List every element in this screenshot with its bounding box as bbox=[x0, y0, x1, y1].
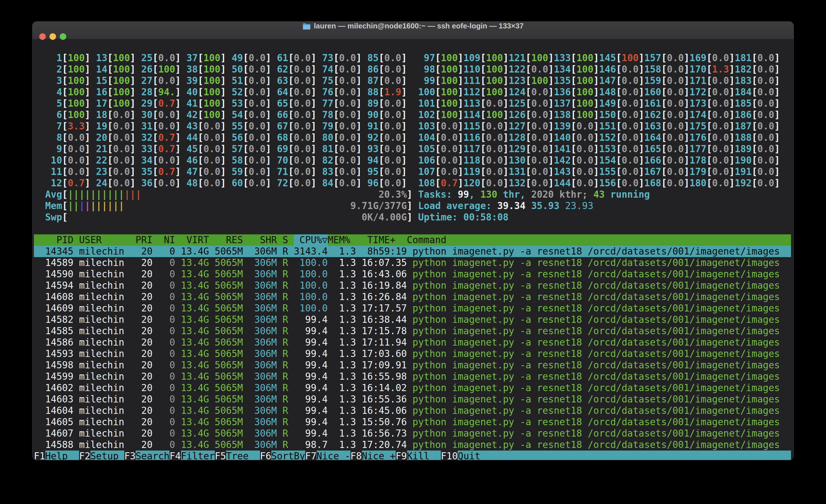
swp-meter: Swp[ 0K/4.00G] Uptime: 00:58:08 bbox=[34, 211, 791, 223]
process-row[interactable]: 14582 milechin 20 0 13.4G 5065M 306M R 9… bbox=[34, 314, 791, 325]
cpu-meter-row: 4[100] 16[100] 28[94.] 40[100] 52[0.0] 6… bbox=[34, 86, 791, 98]
process-row-selected[interactable]: 14345 milechin 20 0 13.4G 5065M 306M R 3… bbox=[34, 246, 791, 257]
function-key-bar: F1Help F2Setup F3SearchF4FilterF5Tree F6… bbox=[34, 450, 791, 460]
process-row[interactable]: 14603 milechin 20 0 13.4G 5065M 306M R 9… bbox=[34, 394, 791, 405]
process-row[interactable]: 14604 milechin 20 0 13.4G 5065M 306M R 9… bbox=[34, 405, 791, 417]
cpu-meter-row: 5[100] 17[100] 29[0.7] 41[100] 53[0.0] 6… bbox=[34, 98, 791, 109]
cpu-meter-row: 6[100] 18[0.0] 30[0.0] 42[100] 54[0.0] 6… bbox=[34, 109, 791, 121]
process-row[interactable]: 14598 milechin 20 0 13.4G 5065M 306M R 9… bbox=[34, 360, 791, 371]
system-meters: Avg[||||||||||||| 20.3%] Tasks: 99, 130 … bbox=[34, 189, 793, 223]
fnkey-f6[interactable]: F6 bbox=[260, 450, 271, 460]
fnlabel-sortby[interactable]: SortBy bbox=[271, 450, 305, 460]
process-row[interactable]: 14590 milechin 20 0 13.4G 5065M 306M R 1… bbox=[34, 268, 791, 280]
table-header: PID USER PRI NI VIRT RES SHR S CPU%▽MEM%… bbox=[34, 234, 791, 246]
uptime-summary: Uptime: 00:58:08 bbox=[418, 211, 509, 223]
process-row[interactable]: 14588 milechin 20 0 13.4G 5065M 306M R 9… bbox=[34, 439, 791, 450]
cpu-meter-row: 2[100] 14[100] 26[100] 38[100] 50[0.0] 6… bbox=[34, 64, 791, 75]
process-row[interactable]: 14594 milechin 20 0 13.4G 5065M 306M R 1… bbox=[34, 280, 791, 291]
load-summary: Load average: 39.34 35.93 23.93 bbox=[418, 200, 593, 211]
blank-row bbox=[34, 41, 791, 52]
fnkey-f5[interactable]: F5 bbox=[215, 450, 226, 460]
fnlabel-filter[interactable]: Filter bbox=[181, 450, 215, 460]
process-row[interactable]: 14589 milechin 20 0 13.4G 5065M 306M R 1… bbox=[34, 257, 791, 268]
cpu-meter-row: 9[0.0] 21[0.0] 33[0.7] 45[0.0] 57[0.0] 6… bbox=[34, 143, 791, 155]
process-row[interactable]: 14602 milechin 20 0 13.4G 5065M 306M R 9… bbox=[34, 382, 791, 394]
fnkey-f7[interactable]: F7 bbox=[305, 450, 316, 460]
folder-icon bbox=[302, 23, 311, 30]
cpu-meter-row: 1[100] 13[100] 25[0.0] 37[100] 49[0.0] 6… bbox=[34, 52, 791, 64]
sort-column-cpu[interactable]: CPU%▽ bbox=[294, 234, 328, 246]
mem-meter: Mem[|||||||||| 9.71G/377G] Load average:… bbox=[34, 200, 791, 211]
cpu-meter-row: 8[0.0] 20[0.0] 32[0.7] 44[0.0] 56[0.0] 6… bbox=[34, 132, 791, 143]
avg-meter: Avg[||||||||||||| 20.3%] Tasks: 99, 130 … bbox=[34, 189, 791, 200]
fnlabel-nice-[interactable]: Nice + bbox=[362, 450, 396, 460]
htop-screen: 1[100] 13[100] 25[0.0] 37[100] 49[0.0] 6… bbox=[33, 39, 793, 460]
fnkey-f8[interactable]: F8 bbox=[350, 450, 362, 460]
process-table: 14345 milechin 20 0 13.4G 5065M 306M R 3… bbox=[34, 246, 793, 450]
terminal-window: lauren — milechin@node1600:~ — ssh eofe-… bbox=[32, 21, 794, 460]
cpu-meter-row: 3[100] 15[100] 27[0.0] 39[100] 51[0.0] 6… bbox=[34, 75, 791, 86]
fnkey-f4[interactable]: F4 bbox=[170, 450, 181, 460]
blank-row bbox=[34, 223, 791, 234]
process-row[interactable]: 14609 milechin 20 0 13.4G 5065M 306M R 1… bbox=[34, 303, 791, 314]
fnkey-f2[interactable]: F2 bbox=[79, 450, 91, 460]
process-row[interactable]: 14586 milechin 20 0 13.4G 5065M 306M R 9… bbox=[34, 337, 791, 348]
fnlabel-nice-[interactable]: Nice - bbox=[316, 450, 350, 460]
process-row[interactable]: 14607 milechin 20 0 13.4G 5065M 306M R 9… bbox=[34, 428, 791, 439]
fnlabel-setup[interactable]: Setup bbox=[91, 450, 124, 460]
fnkey-f3[interactable]: F3 bbox=[124, 450, 136, 460]
fnkey-f9[interactable]: F9 bbox=[396, 450, 407, 460]
process-row[interactable]: 14599 milechin 20 0 13.4G 5065M 306M R 9… bbox=[34, 371, 791, 382]
window-title: lauren — milechin@node1600:~ — ssh eofe-… bbox=[33, 22, 793, 39]
process-row[interactable]: 14593 milechin 20 0 13.4G 5065M 306M R 9… bbox=[34, 348, 791, 360]
fnlabel-tree[interactable]: Tree bbox=[226, 450, 260, 460]
process-row[interactable]: 14585 milechin 20 0 13.4G 5065M 306M R 9… bbox=[34, 325, 791, 337]
process-row[interactable]: 14608 milechin 20 0 13.4G 5065M 306M R 1… bbox=[34, 291, 791, 303]
cpu-meter-row: 12[0.7] 24[0.0] 36[0.0] 48[0.0] 60[0.0] … bbox=[34, 178, 791, 189]
fnkey-f10[interactable]: F10 bbox=[441, 450, 458, 460]
tasks-summary: Tasks: 99, 130 thr, 2020 kthr; 43 runnin… bbox=[418, 189, 650, 200]
fnlabel-quit[interactable]: Quit bbox=[458, 450, 480, 460]
cpu-meter-row: 7[3.3] 19[0.0] 31[0.0] 43[0.0] 55[0.0] 6… bbox=[34, 121, 791, 132]
fnlabel-kill[interactable]: Kill bbox=[407, 450, 441, 460]
cpu-meter-grid: 1[100] 13[100] 25[0.0] 37[100] 49[0.0] 6… bbox=[34, 52, 793, 189]
fnlabel-help[interactable]: Help bbox=[45, 450, 79, 460]
process-row[interactable]: 14605 milechin 20 0 13.4G 5065M 306M R 9… bbox=[34, 417, 791, 428]
window-titlebar[interactable]: lauren — milechin@node1600:~ — ssh eofe-… bbox=[33, 22, 793, 40]
fnkey-f1[interactable]: F1 bbox=[34, 450, 45, 460]
fnlabel-search[interactable]: Search bbox=[136, 450, 170, 460]
cpu-meter-row: 11[0.0] 23[0.0] 35[0.7] 47[0.0] 59[0.0] … bbox=[34, 166, 791, 178]
cpu-meter-row: 10[0.0] 22[0.0] 34[0.0] 46[0.0] 58[0.0] … bbox=[34, 155, 791, 166]
